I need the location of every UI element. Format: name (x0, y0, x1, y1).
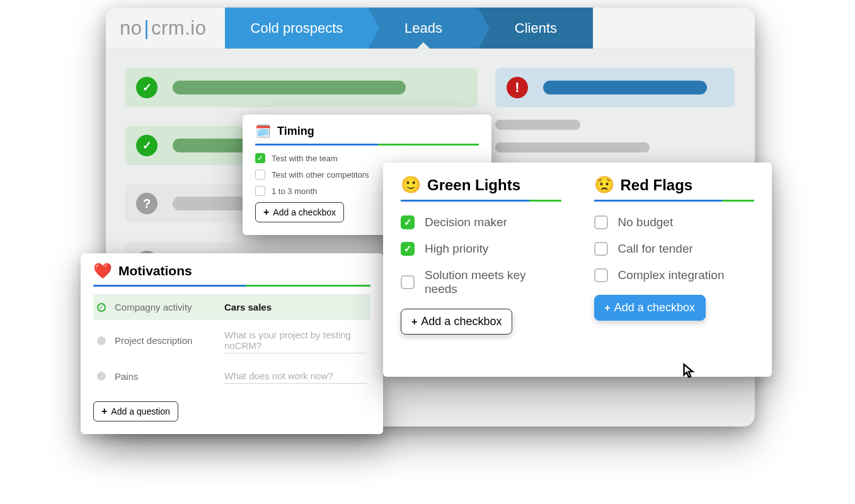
field-value: Cars sales (224, 302, 272, 312)
checklist-item[interactable]: Solution meets key needs (401, 268, 561, 296)
main-tabs: Cold prospects Leads Clients (225, 8, 593, 49)
tab-leads[interactable]: Leads (368, 8, 478, 49)
plus-icon: + (263, 207, 269, 217)
checklist-item[interactable]: ✓ Decision maker (401, 215, 561, 229)
checkbox-icon[interactable] (594, 215, 608, 229)
panel-title: 🗓️ Timing (255, 123, 479, 139)
divider (93, 285, 370, 287)
red-flags-column: 😟 Red Flags No budget Call for tender Co… (594, 175, 755, 335)
motivation-row[interactable]: Project description What is your project… (93, 320, 370, 361)
panel-title-text: Timing (277, 125, 314, 138)
checklist-label: Test with other competitors (272, 170, 369, 180)
brand-logo: no | crm.io (106, 17, 225, 40)
panel-title: 🙂 Green Lights (401, 175, 561, 195)
chevron-down-icon (417, 42, 430, 49)
checklist-label: High priority (425, 242, 488, 256)
status-dot-icon (97, 372, 106, 381)
checkbox-icon[interactable]: ✓ (401, 215, 415, 229)
panel-title: ❤️ Motivations (93, 262, 370, 280)
placeholder-bar (495, 142, 650, 152)
add-checkbox-button[interactable]: + Add a checkbox (255, 202, 344, 222)
tab-leads-label: Leads (405, 20, 442, 37)
panel-lights: 🙂 Green Lights ✓ Decision maker ✓ High p… (383, 163, 772, 377)
checkbox-icon[interactable]: ✓ (401, 242, 415, 256)
plus-icon: + (101, 406, 107, 416)
add-label: Add a question (111, 406, 169, 416)
check-circle-icon: ✓ (136, 77, 158, 98)
divider (401, 200, 561, 202)
lead-card[interactable]: ✓ (125, 68, 478, 107)
checkbox-icon[interactable]: ✓ (255, 153, 265, 163)
field-label: Project description (115, 335, 215, 346)
field-input[interactable]: What is your project by testing noCRM? (224, 328, 367, 353)
green-lights-column: 🙂 Green Lights ✓ Decision maker ✓ High p… (401, 175, 561, 335)
worried-icon: 😟 (594, 175, 614, 195)
checklist-label: Solution meets key needs (425, 268, 561, 296)
add-checkbox-button[interactable]: + Add a checkbox (401, 309, 512, 335)
tab-clients[interactable]: Clients (478, 8, 593, 49)
calendar-icon: 🗓️ (255, 123, 271, 139)
brand-pipe: | (144, 17, 149, 40)
add-label: Add a checkbox (421, 315, 502, 328)
check-circle-icon: ✓ (136, 135, 158, 156)
checklist-label: Decision maker (425, 215, 507, 229)
brand-right: crm.io (151, 17, 206, 40)
checklist-label: Test with the team (272, 154, 338, 163)
add-label: Add a checkbox (273, 207, 336, 217)
add-question-button[interactable]: + Add a question (93, 401, 178, 421)
checkbox-icon[interactable] (255, 186, 265, 196)
checkbox-icon[interactable] (594, 242, 608, 256)
divider (594, 200, 755, 202)
checklist-item[interactable]: ✓ Test with the team (255, 153, 479, 163)
checkbox-icon[interactable] (594, 268, 608, 282)
divider (255, 144, 479, 146)
checklist-label: Complex integration (618, 268, 725, 282)
field-input[interactable]: What does not work now? (224, 369, 367, 384)
checkbox-icon[interactable] (255, 169, 265, 180)
tab-cold-label: Cold prospects (251, 20, 343, 37)
checklist-label: 1 to 3 month (272, 186, 317, 196)
placeholder-bar (543, 81, 707, 94)
field-label: Pains (115, 371, 215, 382)
checklist-item[interactable]: ✓ High priority (401, 242, 561, 256)
status-dot-icon (97, 303, 106, 312)
question-circle-icon: ? (136, 193, 158, 214)
plus-icon: + (411, 317, 417, 327)
motivation-row[interactable]: Compagny activity Cars sales (93, 294, 370, 320)
lead-card[interactable]: ! (495, 68, 735, 107)
checkbox-icon[interactable] (401, 275, 415, 289)
panel-title-text: Motivations (118, 263, 192, 278)
placeholder-bar (173, 81, 406, 94)
placeholder-bar (495, 120, 580, 130)
checklist-label: No budget (618, 215, 674, 229)
heart-icon: ❤️ (93, 262, 112, 280)
alert-circle-icon: ! (507, 77, 528, 98)
panel-title-text: Red Flags (621, 176, 693, 194)
panel-title: 😟 Red Flags (594, 175, 755, 195)
add-label: Add a checkbox (614, 301, 695, 314)
checklist-item[interactable]: Complex integration (594, 268, 755, 282)
plus-icon: + (605, 303, 611, 313)
checklist-label: Call for tender (618, 242, 693, 256)
smile-icon: 🙂 (401, 175, 421, 195)
add-checkbox-button-primary[interactable]: + Add a checkbox (594, 295, 706, 321)
tab-cold-prospects[interactable]: Cold prospects (225, 8, 368, 49)
motivation-row[interactable]: Pains What does not work now? (93, 361, 370, 391)
panel-motivations: ❤️ Motivations Compagny activity Cars sa… (81, 253, 383, 434)
panel-title-text: Green Lights (427, 176, 520, 194)
checklist-item[interactable]: No budget (594, 215, 755, 229)
status-dot-icon (97, 336, 106, 345)
checklist-item[interactable]: Call for tender (594, 242, 755, 256)
app-header: no | crm.io Cold prospects Leads Clients (106, 8, 755, 49)
field-label: Compagny activity (115, 302, 215, 312)
brand-left: no (120, 17, 142, 40)
tab-clients-label: Clients (515, 20, 557, 37)
